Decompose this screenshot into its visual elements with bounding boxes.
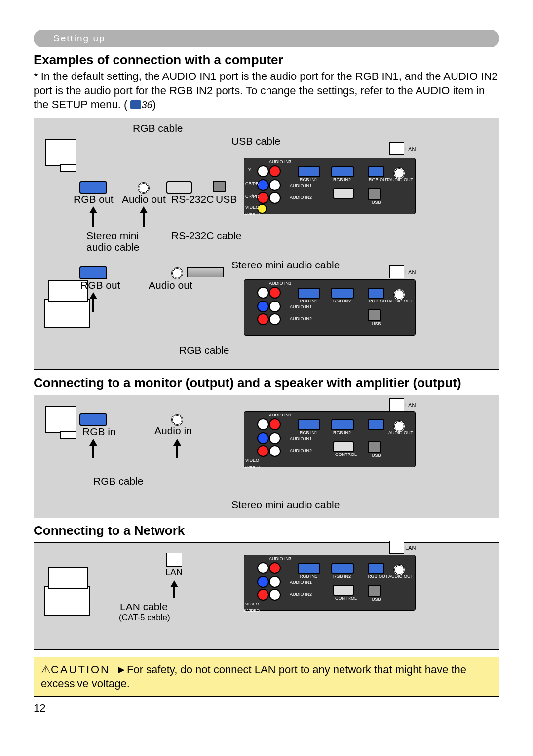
monitor-icon	[45, 406, 76, 433]
label-stereo-mini-audio-2: Stereo mini audio cable	[231, 499, 340, 511]
diagram-computer-connection: RGB cable USB cable LAN RGB out Audio ou…	[34, 118, 499, 370]
cable-plug-icon	[187, 267, 224, 277]
breadcrumb-bar: Setting up	[34, 30, 499, 47]
label-rgb-cable-2: RGB cable	[179, 344, 229, 356]
laptop-icon	[44, 586, 90, 616]
label-lan-cable: LAN cable	[120, 601, 168, 613]
arrow-up-icon	[173, 439, 181, 446]
label-audio-in: Audio in	[154, 425, 192, 437]
label-audio-out-2: Audio out	[149, 279, 192, 291]
desktop-monitor-icon	[45, 139, 76, 166]
projector-panel-icon: AUDIO IN3 RGB IN1 RGB IN2 RGB OUT AUDIO …	[244, 279, 416, 336]
arrow-up-icon	[170, 580, 178, 587]
projector-panel-icon: AUDIO IN3 Y CB/PB CR/PR RGB IN1 RGB IN2 …	[244, 158, 416, 214]
diagram-network: LAN LAN cable (CAT-5 cable) LAN AUDIO IN…	[34, 542, 499, 650]
lan-icon	[389, 398, 404, 411]
label-usb: USB	[216, 193, 237, 205]
arrow-up-icon	[89, 439, 97, 446]
book-icon	[130, 100, 141, 109]
intro-text: * In the default setting, the AUDIO IN1 …	[34, 70, 499, 112]
label-rgb-cable: RGB cable	[133, 122, 183, 134]
diagram-monitor-speaker: RGB in Audio in RGB cable Stereo mini au…	[34, 395, 499, 518]
section-title-network: Connecting to a Network	[34, 523, 499, 538]
label-lan: LAN	[165, 567, 183, 578]
label-lan-small: LAN	[405, 146, 416, 152]
projector-panel-icon: AUDIO IN3 RGB IN1 RGB IN2 AUDIO OUT AUDI…	[244, 411, 416, 467]
projector-panel-icon: AUDIO IN3 RGB IN1 RGB IN2 RGB OUT AUDIO …	[244, 555, 416, 611]
label-stereo-mini-1: Stereo mini	[86, 230, 139, 242]
caution-box: ⚠CAUTION ►For safety, do not connect LAN…	[34, 657, 499, 697]
arrow-up-icon	[89, 292, 97, 299]
label-rs232c-cable: RS-232C cable	[171, 230, 241, 242]
label-rgb-in: RGB in	[82, 426, 116, 438]
arrow-up-icon	[89, 206, 97, 213]
label-rgb-cable-3: RGB cable	[93, 475, 144, 487]
lan-plug-icon	[166, 553, 182, 567]
label-rgb-out: RGB out	[74, 193, 114, 205]
label-usb-cable: USB cable	[231, 135, 280, 147]
label-audio-out: Audio out	[122, 193, 166, 205]
lan-icon	[389, 541, 404, 554]
label-rgb-out-2: RGB out	[80, 279, 120, 291]
breadcrumb: Setting up	[53, 33, 106, 44]
lan-icon	[389, 142, 404, 155]
lan-icon	[389, 265, 404, 278]
label-rs232c: RS-232C	[171, 193, 214, 205]
usb-port-icon	[213, 181, 226, 194]
page-number: 12	[34, 702, 499, 715]
label-stereo-mini-audio: Stereo mini audio cable	[231, 259, 340, 271]
arrow-up-icon	[140, 206, 148, 213]
label-stereo-mini-2: audio cable	[86, 241, 139, 253]
laptop-icon	[44, 299, 90, 328]
page-reference: 36	[141, 99, 152, 110]
section-title-examples: Examples of connection with a computer	[34, 52, 499, 68]
warning-triangle-icon: ⚠	[41, 662, 51, 677]
section-title-monitor: Connecting to a monitor (output) and a s…	[34, 376, 499, 391]
label-cat5: (CAT-5 cable)	[119, 613, 170, 623]
caution-label: CAUTION	[51, 663, 110, 676]
